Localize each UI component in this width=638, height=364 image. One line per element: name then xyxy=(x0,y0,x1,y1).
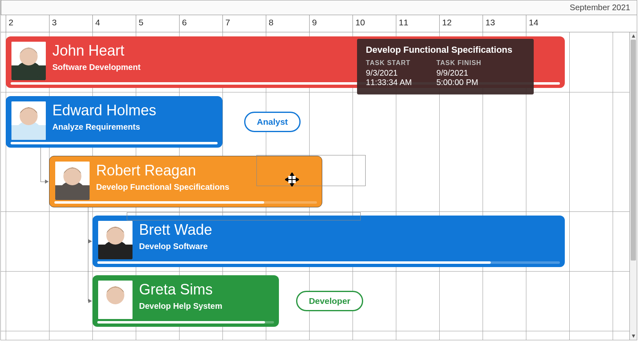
role-badge: Developer xyxy=(296,291,363,311)
svg-point-11 xyxy=(63,167,81,185)
day-header: 9 xyxy=(309,15,353,32)
svg-marker-28 xyxy=(632,335,635,338)
day-header: 1 xyxy=(1,15,6,32)
day-header-label: 4 xyxy=(95,18,100,27)
task-title: Develop Software xyxy=(139,242,208,251)
task-title: Analyze Requirements xyxy=(52,122,140,132)
svg-point-7 xyxy=(20,107,38,125)
task-title: Software Development xyxy=(52,63,141,72)
day-header: 4 xyxy=(92,15,136,32)
svg-marker-27 xyxy=(632,34,635,38)
day-header: 7 xyxy=(222,15,266,32)
gantt-view: September 2021 1234567891011121314 John … xyxy=(0,0,637,340)
day-header-label: 14 xyxy=(529,18,538,27)
task-title: Develop Help System xyxy=(139,301,222,311)
day-header: 2 xyxy=(6,15,49,32)
tooltip-finish-time: 5:00:00 PM xyxy=(436,78,481,87)
day-header: 10 xyxy=(353,15,396,32)
day-header-label: 8 xyxy=(269,18,274,27)
tooltip-title: Develop Functional Specifications xyxy=(366,45,525,55)
day-header-label: 6 xyxy=(182,18,187,27)
day-header: 5 xyxy=(136,15,179,32)
avatar xyxy=(11,42,46,80)
task-owner-name: Greta Sims xyxy=(139,281,213,298)
day-header-label: 13 xyxy=(485,18,495,27)
day-header-label: 2 xyxy=(9,18,13,27)
task-owner-name: John Heart xyxy=(52,42,124,59)
day-header: 14 xyxy=(526,15,569,32)
svg-point-15 xyxy=(106,227,124,245)
avatar xyxy=(11,101,46,140)
task-owner-name: Brett Wade xyxy=(139,221,212,238)
day-header-label: 11 xyxy=(399,18,408,27)
role-badge: Analyst xyxy=(244,112,301,132)
day-header: 12 xyxy=(439,15,483,32)
svg-point-3 xyxy=(20,47,38,65)
task-progress xyxy=(11,142,218,144)
task-progress xyxy=(97,321,274,324)
avatar xyxy=(98,221,133,259)
timescale-days-row: 1234567891011121314 xyxy=(1,15,637,32)
task-owner-name: Robert Reagan xyxy=(96,162,196,179)
scroll-up-button[interactable] xyxy=(630,32,637,40)
vertical-scrollbar[interactable] xyxy=(629,32,637,340)
timescale-header: September 2021 1234567891011121314 xyxy=(1,0,637,32)
day-header-label: 10 xyxy=(355,18,365,27)
month-label: September 2021 xyxy=(570,3,630,12)
task-tooltip: Develop Functional Specifications TASK S… xyxy=(357,39,534,94)
drag-placeholder xyxy=(256,155,366,186)
day-header-label: 9 xyxy=(312,18,317,27)
tooltip-finish-label: TASK FINISH xyxy=(436,59,481,67)
tooltip-start-time: 11:33:34 AM xyxy=(366,78,412,87)
avatar xyxy=(98,281,133,319)
svg-point-19 xyxy=(106,286,124,304)
tooltip-finish-date: 9/9/2021 xyxy=(436,68,481,78)
task-title: Develop Functional Specifications xyxy=(96,182,229,192)
task-owner-name: Edward Holmes xyxy=(52,102,156,119)
timescale-month-row: September 2021 xyxy=(1,0,637,15)
drag-placeholder xyxy=(127,212,361,220)
scroll-thumb[interactable] xyxy=(631,40,636,261)
day-header-label: 5 xyxy=(139,18,144,27)
task-bar-brett[interactable]: Brett WadeDevelop Software xyxy=(92,216,565,267)
scroll-down-button[interactable] xyxy=(630,333,637,340)
scroll-track[interactable] xyxy=(630,40,637,333)
tooltip-start-label: TASK START xyxy=(366,59,412,67)
day-header-label: 12 xyxy=(442,18,452,27)
task-progress xyxy=(97,261,560,264)
avatar xyxy=(55,162,90,200)
day-header: 3 xyxy=(49,15,92,32)
tooltip-start-date: 9/3/2021 xyxy=(366,68,412,78)
day-header-label: 7 xyxy=(225,18,230,27)
day-header-label: 3 xyxy=(52,18,57,27)
gantt-body[interactable]: John HeartSoftware Development Edward Ho… xyxy=(1,32,629,340)
task-bar-edward[interactable]: Edward HolmesAnalyze Requirements xyxy=(6,96,222,148)
task-bar-greta[interactable]: Greta SimsDevelop Help System xyxy=(92,275,279,327)
day-header: 8 xyxy=(266,15,309,32)
day-header: 11 xyxy=(396,15,439,32)
day-header: 13 xyxy=(483,15,526,32)
day-header: 6 xyxy=(179,15,222,32)
task-progress xyxy=(54,201,317,204)
